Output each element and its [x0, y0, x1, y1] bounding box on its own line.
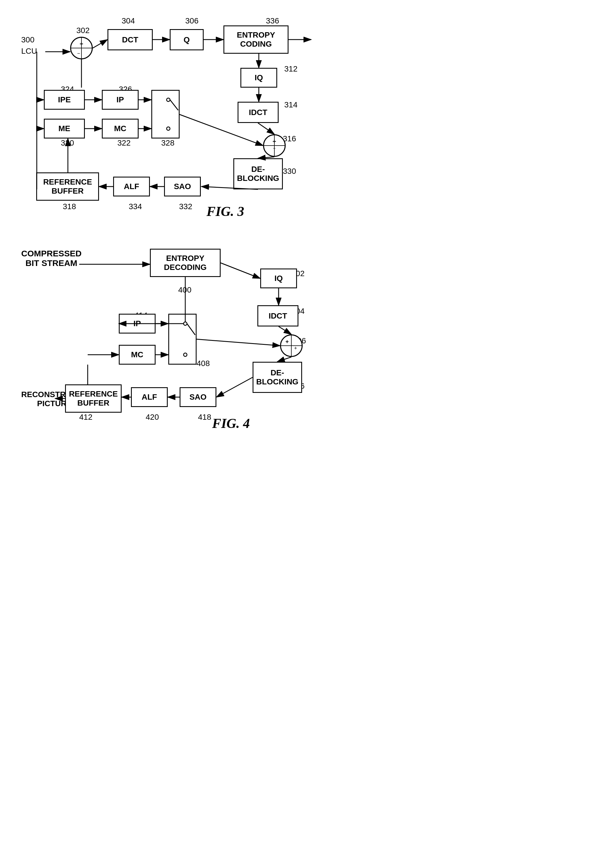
label-328: 328 — [161, 139, 175, 148]
box-ref-buffer-412: REFERENCEBUFFER — [65, 384, 121, 413]
label-compressed: COMPRESSEDBIT STREAM — [21, 249, 81, 268]
svg-line-32 — [277, 357, 292, 362]
box-ref-buffer-318: REFERENCEBUFFER — [36, 173, 99, 201]
box-iq-312: IQ — [240, 68, 277, 88]
label-322: 322 — [117, 139, 131, 148]
adder-316-symbol: ⊕ — [265, 136, 269, 143]
box-alf-334: ALF — [113, 177, 150, 196]
box-ip-414: IP — [119, 314, 155, 334]
diagram-container: 300 LCU 302 304 306 336 312 314 316 324 … — [0, 0, 592, 868]
box-switch-408 — [168, 314, 197, 365]
box-idct-404: IDCT — [258, 305, 298, 326]
diagram-lines: + + + + + + + + + − — [0, 0, 592, 868]
box-entropy-coding: ENTROPYCODING — [223, 25, 289, 54]
box-alf-420: ALF — [131, 387, 168, 407]
svg-line-9 — [258, 123, 274, 134]
label-318: 318 — [63, 202, 76, 211]
box-sao-332: SAO — [164, 177, 201, 196]
box-ip-326: IP — [102, 90, 139, 110]
adder-302: +− — [70, 37, 93, 59]
label-412: 412 — [79, 413, 92, 422]
svg-line-36 — [216, 377, 253, 397]
fig3-title: FIG. 3 — [206, 204, 244, 219]
box-mc-410: MC — [119, 345, 155, 365]
label-420: 420 — [146, 413, 159, 422]
box-deblocking-416: DE-BLOCKING — [253, 362, 302, 393]
svg-line-29 — [221, 263, 260, 278]
label-304: 304 — [121, 16, 135, 25]
fig4-title: FIG. 4 — [212, 415, 250, 431]
label-332: 332 — [179, 202, 192, 211]
box-switch-328 — [151, 90, 180, 139]
box-ipe: IPE — [44, 90, 85, 110]
label-302: 302 — [76, 26, 90, 35]
label-408: 408 — [197, 359, 210, 368]
box-sao-418: SAO — [180, 387, 216, 407]
box-idct-314: IDCT — [238, 102, 278, 123]
box-deblocking-330: DE-BLOCKING — [233, 158, 283, 189]
label-300: 300 — [21, 35, 34, 44]
label-320: 320 — [61, 139, 74, 148]
svg-line-3 — [93, 40, 108, 48]
svg-line-33 — [197, 339, 280, 346]
label-334: 334 — [129, 202, 142, 211]
box-mc-322: MC — [102, 119, 139, 139]
svg-line-31 — [278, 326, 292, 334]
label-336: 336 — [266, 16, 279, 25]
label-314: 314 — [284, 100, 297, 109]
label-312: 312 — [284, 65, 297, 74]
box-q: Q — [170, 29, 204, 50]
label-418: 418 — [198, 413, 211, 422]
label-306: 306 — [185, 16, 198, 25]
label-330: 330 — [283, 167, 296, 176]
box-me: ME — [44, 119, 85, 139]
adder-406: ⊕ — [280, 334, 303, 357]
box-iq-402: IQ — [260, 269, 297, 288]
label-400: 400 — [178, 285, 191, 295]
box-dct: DCT — [108, 29, 153, 50]
box-entropy-decoding-400: ENTROPYDECODING — [150, 249, 221, 277]
label-lcu: LCU — [21, 47, 37, 56]
